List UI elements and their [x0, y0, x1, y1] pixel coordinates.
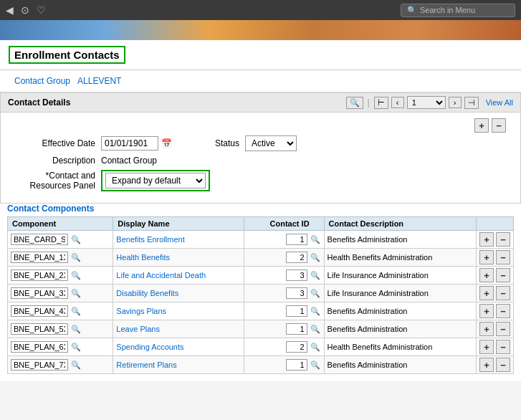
- contact-id-input[interactable]: [286, 323, 307, 335]
- display-name-link[interactable]: Benefits Enrollment: [116, 235, 184, 244]
- contact-id-input[interactable]: [286, 287, 307, 299]
- contact-id-search-icon[interactable]: 🔍: [310, 307, 321, 316]
- cell-description: Benefits Administration: [324, 320, 476, 338]
- last-page-button[interactable]: ⊣: [464, 97, 479, 109]
- component-input[interactable]: [11, 359, 68, 371]
- contact-id-search-icon[interactable]: 🔍: [310, 271, 321, 280]
- contact-id-search-icon[interactable]: 🔍: [310, 343, 321, 352]
- search-button[interactable]: 🔍: [346, 97, 363, 109]
- component-search-icon[interactable]: 🔍: [70, 289, 82, 298]
- row-remove-button[interactable]: −: [496, 286, 510, 300]
- contact-id-input[interactable]: [286, 234, 307, 245]
- crp-label: *Contact and Resources Panel: [8, 171, 101, 191]
- separator: |: [368, 97, 370, 108]
- prev-page-button[interactable]: ‹: [391, 97, 404, 108]
- first-page-button[interactable]: ⊢: [374, 97, 388, 109]
- cell-row-actions: + −: [477, 267, 514, 285]
- contact-id-input[interactable]: [286, 252, 307, 263]
- banner: [0, 20, 521, 40]
- form-add-button[interactable]: +: [474, 118, 489, 133]
- row-remove-button[interactable]: −: [496, 250, 510, 264]
- row-remove-button[interactable]: −: [496, 322, 510, 336]
- cell-description: Health Benefits Administration: [324, 338, 476, 356]
- row-add-button[interactable]: +: [479, 268, 494, 282]
- row-add-button[interactable]: +: [479, 322, 494, 336]
- next-page-button[interactable]: ›: [449, 97, 462, 108]
- history-icon[interactable]: ⊙: [21, 4, 29, 16]
- row-add-button[interactable]: +: [479, 250, 494, 264]
- crp-select[interactable]: Expand by default Collapse by default: [105, 173, 206, 188]
- display-name-link[interactable]: Retirement Plans: [116, 361, 176, 369]
- cell-display-name: Life and Accidental Death: [113, 267, 244, 285]
- component-search-icon[interactable]: 🔍: [70, 253, 82, 262]
- search-bar[interactable]: 🔍 Search in Menu: [401, 4, 515, 17]
- main-content: Contact Details 🔍 | ⊢ ‹ 1 2 of 2 › ⊣ Vie…: [0, 92, 521, 381]
- component-input[interactable]: [11, 287, 68, 299]
- row-add-button[interactable]: +: [479, 286, 494, 300]
- tab-contact-group[interactable]: Contact Group: [14, 76, 70, 86]
- component-search-icon[interactable]: 🔍: [70, 235, 82, 244]
- cell-component: 🔍: [8, 267, 113, 285]
- calendar-icon[interactable]: 📅: [161, 138, 172, 148]
- contact-id-search-icon[interactable]: 🔍: [310, 235, 321, 244]
- cell-contact-id: 🔍: [244, 249, 324, 267]
- section-controls: 🔍 | ⊢ ‹ 1 2 of 2 › ⊣ View All: [346, 96, 513, 109]
- component-search-icon[interactable]: 🔍: [70, 271, 82, 280]
- effective-date-input[interactable]: [101, 136, 158, 151]
- table-row: 🔍 Life and Accidental Death 🔍 Life Insur…: [8, 267, 514, 285]
- page-select[interactable]: 1 2 of 2: [407, 96, 446, 109]
- back-icon[interactable]: ◀: [6, 4, 14, 16]
- row-remove-button[interactable]: −: [496, 340, 510, 354]
- component-search-icon[interactable]: 🔍: [70, 343, 82, 352]
- cell-row-actions: + −: [477, 231, 514, 249]
- cell-component: 🔍: [8, 356, 113, 374]
- row-add-button[interactable]: +: [479, 358, 494, 372]
- display-name-link[interactable]: Leave Plans: [116, 325, 160, 333]
- component-input[interactable]: [11, 323, 68, 335]
- contact-id-search-icon[interactable]: 🔍: [310, 289, 321, 298]
- tab-allevent[interactable]: ALLEVENT: [77, 76, 121, 86]
- display-name-link[interactable]: Life and Accidental Death: [116, 271, 206, 280]
- effective-date-row: Effective Date 📅 Status Active Inactive: [8, 135, 513, 151]
- display-name-link[interactable]: Health Benefits: [116, 253, 170, 262]
- row-remove-button[interactable]: −: [496, 232, 510, 247]
- contact-id-input[interactable]: [286, 359, 307, 371]
- row-add-button[interactable]: +: [479, 304, 494, 318]
- component-input[interactable]: [11, 234, 68, 245]
- contact-id-input[interactable]: [286, 341, 307, 353]
- component-input[interactable]: [11, 252, 68, 263]
- contact-id-search-icon[interactable]: 🔍: [310, 361, 321, 370]
- col-component: Component: [8, 217, 113, 231]
- form-remove-button[interactable]: −: [492, 118, 506, 133]
- cell-component: 🔍: [8, 249, 113, 267]
- row-add-button[interactable]: +: [479, 340, 494, 354]
- nav-left: ◀ ⊙ ♡: [6, 4, 46, 16]
- component-input[interactable]: [11, 305, 68, 317]
- contact-id-input[interactable]: [286, 269, 307, 281]
- contact-id-search-icon[interactable]: 🔍: [310, 253, 321, 262]
- components-table: Component Display Name Contact ID Contac…: [7, 216, 514, 374]
- contact-id-search-icon[interactable]: 🔍: [310, 325, 321, 334]
- table-row: 🔍 Leave Plans 🔍 Benefits Administration …: [8, 320, 514, 338]
- cell-display-name: Retirement Plans: [113, 356, 244, 374]
- contact-id-input[interactable]: [286, 305, 307, 317]
- status-select[interactable]: Active Inactive: [245, 135, 297, 151]
- row-remove-button[interactable]: −: [496, 268, 510, 282]
- row-add-button[interactable]: +: [479, 232, 494, 247]
- row-remove-button[interactable]: −: [496, 358, 510, 372]
- form-add-remove: + −: [8, 118, 513, 133]
- display-name-link[interactable]: Spending Accounts: [116, 343, 183, 351]
- view-all-link[interactable]: View All: [486, 98, 513, 107]
- row-remove-button[interactable]: −: [496, 304, 510, 318]
- component-search-icon[interactable]: 🔍: [70, 361, 82, 370]
- tabs-area: Contact Group ALLEVENT: [0, 70, 521, 92]
- top-nav: ◀ ⊙ ♡ 🔍 Search in Menu: [0, 0, 521, 20]
- display-name-link[interactable]: Disability Benefits: [116, 289, 178, 297]
- display-name-link[interactable]: Savings Plans: [116, 307, 166, 315]
- component-input[interactable]: [11, 341, 68, 353]
- cell-row-actions: + −: [477, 356, 514, 374]
- component-search-icon[interactable]: 🔍: [70, 325, 82, 334]
- component-search-icon[interactable]: 🔍: [70, 307, 82, 316]
- favorite-icon[interactable]: ♡: [37, 4, 46, 16]
- component-input[interactable]: [11, 269, 68, 281]
